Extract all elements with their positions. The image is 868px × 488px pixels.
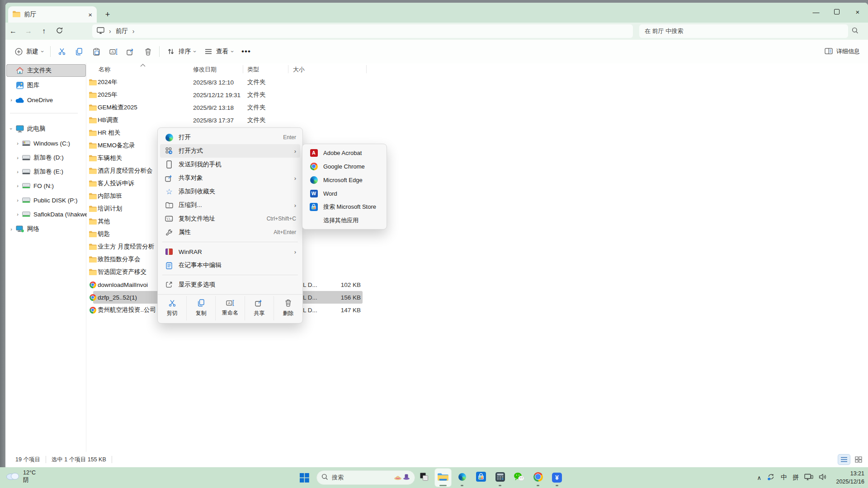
details-pane-toggle[interactable]: 详细信息 [825, 47, 860, 56]
ime-pinyin-indicator[interactable]: 拼 [793, 474, 799, 482]
quick-action-trash[interactable]: 删除 [274, 296, 302, 320]
details-view-toggle[interactable] [838, 455, 850, 465]
taskbar-app-chrome[interactable] [530, 469, 546, 487]
open-with-option[interactable]: 搜索 Microsoft Store [305, 200, 384, 214]
sidebar-item--[interactable]: ›网络 [6, 223, 86, 235]
quick-action-share[interactable]: 共享 [245, 296, 274, 320]
file-row[interactable]: 2025年2025/12/12 19:31文件夹 [86, 89, 375, 101]
breadcrumb[interactable]: 前厅 [116, 27, 128, 35]
display-tray-icon[interactable] [804, 474, 813, 482]
taskbar-clock[interactable]: 13:21 2025/12/16 [836, 469, 864, 486]
column-header-1[interactable]: 修改日期 [193, 66, 217, 74]
search-input[interactable]: 在 前厅 中搜索 [639, 24, 848, 38]
ime-mode-indicator[interactable]: 中 [781, 474, 787, 482]
chevron-icon[interactable]: › [14, 169, 21, 174]
share-button[interactable] [122, 43, 139, 60]
context-menu-item[interactable]: 发送到我的手机 [160, 158, 300, 171]
chrome-file-icon [89, 304, 97, 316]
sidebar-item--[interactable]: 图库 [6, 79, 86, 92]
open-with-option[interactable]: Microsoft Edge [305, 173, 384, 187]
taskbar-search[interactable]: 搜索 [316, 470, 415, 485]
delete-button[interactable] [139, 43, 156, 60]
tray-chevron-up-icon[interactable]: ∧ [757, 474, 761, 481]
taskbar-app-calculator[interactable] [492, 469, 508, 487]
context-menu-item[interactable]: 在记事本中编辑 [160, 258, 300, 272]
sort-button[interactable]: 排序 › [162, 43, 200, 60]
context-menu-item[interactable]: 打开方式› [160, 144, 300, 158]
chevron-icon[interactable]: › [14, 183, 21, 188]
sidebar-item--[interactable]: 主文件夹 [6, 64, 86, 77]
file-row[interactable]: HB调查2025/8/3 17:37文件夹 [86, 114, 375, 127]
context-menu-item[interactable]: 压缩到...› [160, 198, 300, 212]
open-with-option[interactable]: WWord [305, 187, 384, 200]
cut-button[interactable] [53, 43, 71, 60]
view-button[interactable]: 查看 › [200, 43, 237, 60]
new-tab-button[interactable]: + [101, 8, 114, 21]
sidebar-item-Windows-C-[interactable]: ›Windows (C:) [6, 137, 92, 150]
taskbar-app-wechat[interactable] [511, 469, 527, 487]
chevron-icon[interactable]: › [14, 211, 21, 217]
new-button[interactable]: 新建 › [10, 43, 47, 60]
volume-icon[interactable] [819, 474, 827, 482]
sidebar-item--E-[interactable]: ›新加卷 (E:) [6, 165, 92, 178]
context-menu-item[interactable]: 属性Alt+Enter [160, 225, 300, 239]
back-icon[interactable]: ← [5, 27, 21, 35]
explorer-tab[interactable]: 前厅 × [8, 6, 97, 23]
chevron-icon[interactable]: › [8, 97, 14, 103]
file-row[interactable]: GEM检查20252025/9/2 13:18文件夹 [86, 101, 375, 114]
file-row[interactable]: 2024年2025/8/3 12:10文件夹 [86, 76, 375, 89]
sync-tray-icon[interactable] [767, 473, 775, 482]
weather-widget[interactable]: 12°C 阴 [5, 469, 36, 484]
taskbar-app-file-explorer[interactable] [435, 469, 451, 487]
forward-icon[interactable]: → [21, 27, 36, 35]
file-name: 2025年 [98, 89, 118, 101]
column-header-2[interactable]: 类型 [247, 66, 259, 74]
open-with-option[interactable]: AAdobe Acrobat [305, 146, 384, 160]
cut-icon [57, 48, 66, 55]
sidebar-item-OneDrive[interactable]: ›OneDrive [6, 94, 86, 106]
close-button[interactable]: × [847, 3, 868, 21]
search-icon[interactable] [852, 27, 859, 36]
sidebar-item-Public-DISK-P-[interactable]: ›Public DISK (P:) [6, 194, 92, 206]
taskbar-app-edge[interactable] [454, 469, 470, 487]
context-menu-item[interactable]: \\..复制文件地址Ctrl+Shift+C [160, 212, 300, 225]
context-menu-item[interactable]: 显示更多选项 [160, 278, 300, 291]
sidebar-item--[interactable]: ›此电脑 [6, 122, 86, 135]
quick-action-cut[interactable]: 剪切 [158, 296, 186, 320]
chevron-icon[interactable]: › [8, 226, 14, 232]
more-options-button[interactable]: ••• [237, 43, 255, 60]
tab-close-icon[interactable]: × [88, 11, 92, 19]
taskbar-app-invoice-yen-app[interactable]: ¥ [549, 469, 565, 487]
sidebar-item-SaflokData-hakwe[interactable]: ›SaflokData (\\hakwe [6, 208, 92, 221]
taskbar-app-task-view-squares[interactable] [416, 469, 432, 487]
quick-action-rename[interactable]: A重命名 [215, 296, 244, 320]
open-with-option[interactable]: 选择其他应用 [305, 214, 384, 227]
address-bar[interactable]: › 前厅 › [92, 24, 633, 38]
chevron-right-icon: › [132, 28, 135, 35]
taskbar-app-microsoft-store[interactable] [473, 469, 489, 487]
minimize-button[interactable]: — [806, 3, 826, 21]
maximize-button[interactable] [826, 3, 847, 21]
sidebar-item--D-[interactable]: ›新加卷 (D:) [6, 151, 92, 164]
chevron-icon[interactable]: › [14, 197, 21, 203]
rename-button[interactable]: A [105, 43, 122, 60]
context-menu-item[interactable]: 打开Enter [160, 131, 300, 144]
chevron-icon[interactable]: › [14, 141, 21, 146]
column-header-0[interactable]: 名称 [99, 66, 110, 74]
context-menu-item[interactable]: WinRAR› [160, 245, 300, 258]
chevron-icon[interactable]: › [9, 126, 14, 132]
copy-button[interactable] [71, 43, 88, 60]
column-header-3[interactable]: 大小 [293, 66, 305, 74]
quick-action-copy[interactable]: 复制 [186, 296, 215, 320]
context-menu-item[interactable]: ☆添加到收藏夹 [160, 185, 300, 198]
chevron-icon[interactable]: › [14, 155, 21, 160]
context-menu-item[interactable]: 共享对象› [160, 171, 300, 185]
folder-icon [89, 152, 97, 164]
up-icon[interactable]: ↑ [36, 27, 52, 35]
paste-button[interactable] [88, 43, 105, 60]
refresh-icon[interactable] [52, 27, 67, 36]
open-with-option[interactable]: Google Chrome [305, 160, 384, 173]
thumbnail-view-toggle[interactable] [853, 455, 864, 465]
start-button[interactable] [299, 473, 310, 485]
sidebar-item-FO-N-[interactable]: ›FO (N:) [6, 179, 92, 192]
